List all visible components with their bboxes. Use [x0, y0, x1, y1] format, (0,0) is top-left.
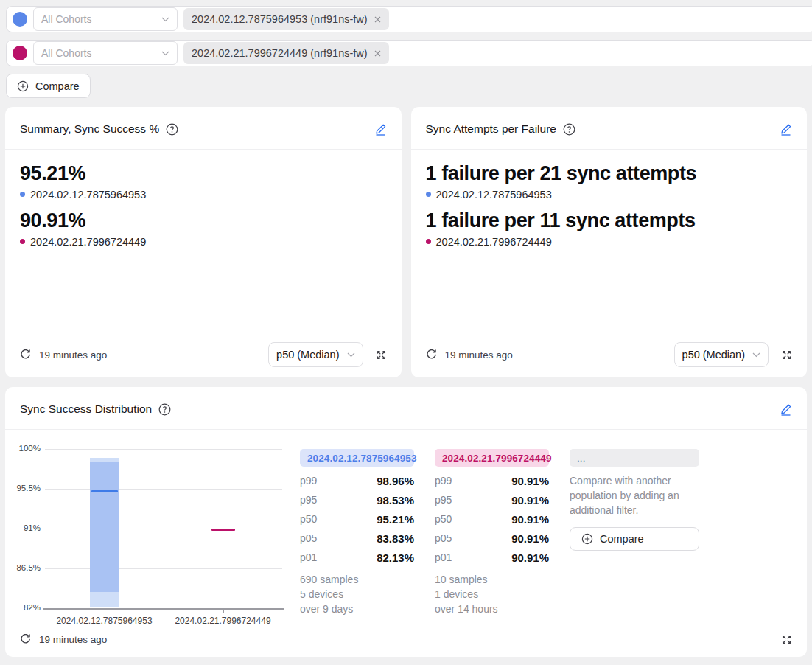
percentile-select[interactable]: p50 (Median) [674, 342, 769, 367]
stat-label: p01 [435, 551, 452, 563]
meta-line: over 14 hours [435, 602, 549, 616]
distribution-chart: 100%95.5%91%86.5%82%2024.02.12.787596495… [11, 449, 282, 616]
cohort-label: 2024.02.21.7996724449 [436, 236, 552, 248]
y-tick-label: 82% [11, 603, 41, 612]
cohort-label: 2024.02.21.7996724449 [30, 236, 146, 248]
median-line [211, 529, 235, 531]
dashboard-page: All Cohorts 2024.02.12.7875964953 (nrf91… [0, 6, 812, 665]
distribution-card: Sync Success Distribution 100%95.5%91%86… [5, 387, 807, 657]
gridline [45, 449, 282, 450]
metric-value: 95.21% [20, 161, 387, 187]
sample-meta: 690 samples5 devicesover 9 days [300, 572, 414, 616]
cohort-label-row: 2024.02.21.7996724449 [20, 236, 387, 248]
percentile-rows: p9998.96%p9598.53%p5095.21%p0583.83%p018… [300, 471, 414, 567]
stat-row: p9990.91% [435, 471, 549, 490]
card-header: Sync Attempts per Failure [411, 107, 808, 150]
metric-value: 1 failure per 11 sync attempts [426, 209, 793, 234]
percentile-rows: p9990.91%p9590.91%p5090.91%p0590.91%p019… [435, 471, 549, 567]
summary-cards-grid: Summary, Sync Success % 95.21% 2024.02.1… [0, 98, 812, 377]
stat-column-cohort-b: 2024.02.21.7996724449 p9990.91%p9590.91%… [435, 449, 549, 616]
chip-close-icon[interactable] [374, 50, 381, 57]
y-tick-label: 95.5% [11, 484, 41, 492]
cohort-select-b[interactable]: All Cohorts [33, 41, 178, 65]
percentile-select[interactable]: p50 (Median) [268, 342, 363, 367]
chevron-down-icon [161, 17, 169, 22]
stat-label: p05 [300, 532, 317, 544]
median-line [91, 490, 118, 492]
stat-row: p5090.91% [435, 509, 549, 529]
cohort-dot [20, 239, 25, 244]
help-icon[interactable] [158, 403, 171, 416]
card-header: Sync Success Distribution [5, 387, 807, 430]
cohort-select-placeholder: All Cohorts [41, 47, 91, 59]
stat-value: 90.91% [511, 532, 549, 545]
cohort-label: 2024.02.12.7875964953 [30, 189, 146, 201]
stat-value: 98.96% [377, 475, 414, 487]
compare-button-secondary[interactable]: Compare [570, 527, 699, 551]
chart-plot-area: 100%95.5%91%86.5%82%2024.02.12.787596495… [45, 449, 282, 608]
cohort-chip-label: 2024.02.21.7996724449 (nrf91ns-fw) [192, 47, 368, 59]
stat-row: p0583.83% [300, 529, 414, 548]
cohort-chip-b: 2024.02.21.7996724449 (nrf91ns-fw) [183, 42, 389, 64]
y-tick-label: 100% [11, 444, 41, 453]
sync-attempts-card: Sync Attempts per Failure 1 failure per … [411, 107, 808, 377]
cohort-select-a[interactable]: All Cohorts [33, 7, 178, 31]
metric-value: 1 failure per 21 sync attempts [426, 161, 793, 187]
cohort-filter-row-a: All Cohorts 2024.02.12.7875964953 (nrf91… [6, 6, 812, 32]
x-axis-tick [105, 609, 105, 613]
plus-circle-icon [17, 80, 29, 92]
chevron-down-icon [161, 51, 169, 56]
gridline [45, 489, 282, 490]
expand-icon[interactable] [781, 349, 792, 361]
stat-value: 90.91% [511, 513, 549, 526]
cohort-label: 2024.02.12.7875964953 [436, 189, 552, 201]
compare-description: Compare with another population by addin… [570, 473, 699, 518]
meta-line: over 9 days [300, 602, 414, 616]
expand-icon[interactable] [376, 349, 387, 361]
edit-icon[interactable] [780, 403, 792, 416]
y-tick-label: 91% [11, 523, 41, 532]
edit-icon[interactable] [374, 123, 387, 136]
x-axis-line [43, 608, 284, 610]
stat-label: p95 [435, 494, 452, 506]
stat-value: 95.21% [377, 513, 414, 526]
stat-value: 90.91% [511, 551, 549, 564]
percentile-stats: 2024.02.12.7875964953 p9998.96%p9598.53%… [300, 449, 699, 616]
distribution-body: 100%95.5%91%86.5%82%2024.02.12.787596495… [5, 430, 807, 616]
card-body: 1 failure per 21 sync attempts 2024.02.1… [411, 150, 808, 332]
chip-close-icon[interactable] [374, 16, 381, 23]
updated-text: 19 minutes ago [39, 634, 107, 645]
cohort-chip-a: 2024.02.12.7875964953 (nrf91ns-fw) [183, 8, 389, 30]
card-title: Summary, Sync Success % [20, 122, 159, 136]
stat-row: p0182.13% [300, 548, 414, 567]
cohort-chip-label: 2024.02.12.7875964953 (nrf91ns-fw) [192, 13, 368, 25]
cohort-label-row: 2024.02.12.7875964953 [20, 189, 387, 201]
stat-value: 98.53% [377, 494, 414, 506]
stat-label: p01 [300, 551, 317, 563]
stat-label: p99 [435, 475, 452, 487]
stat-value: 90.91% [511, 494, 549, 506]
percentile-select-value: p50 (Median) [276, 349, 339, 361]
refresh-icon[interactable] [426, 349, 437, 361]
compare-column: ... Compare with another population by a… [570, 449, 699, 616]
card-body: 95.21% 2024.02.12.7875964953 90.91% 2024… [5, 150, 402, 332]
updated-text: 19 minutes ago [39, 349, 107, 361]
refresh-icon[interactable] [20, 349, 31, 361]
cohort-dot [20, 192, 25, 197]
cohort-color-dot-b [13, 46, 27, 60]
more-badge: ... [570, 449, 699, 467]
compare-button[interactable]: Compare [6, 74, 91, 98]
stat-row: p9590.91% [435, 490, 549, 509]
cohort-select-placeholder: All Cohorts [41, 13, 91, 25]
stat-label: p05 [435, 532, 452, 544]
card-title: Sync Success Distribution [20, 403, 152, 416]
help-icon[interactable] [166, 123, 178, 136]
stat-column-cohort-a: 2024.02.12.7875964953 p9998.96%p9598.53%… [300, 449, 414, 616]
cohort-dot [426, 239, 431, 244]
help-icon[interactable] [563, 123, 575, 136]
distribution-inner-band [90, 462, 119, 592]
expand-icon[interactable] [781, 634, 792, 645]
edit-icon[interactable] [780, 123, 792, 136]
refresh-icon[interactable] [20, 634, 31, 645]
cohort-dot [426, 192, 431, 197]
